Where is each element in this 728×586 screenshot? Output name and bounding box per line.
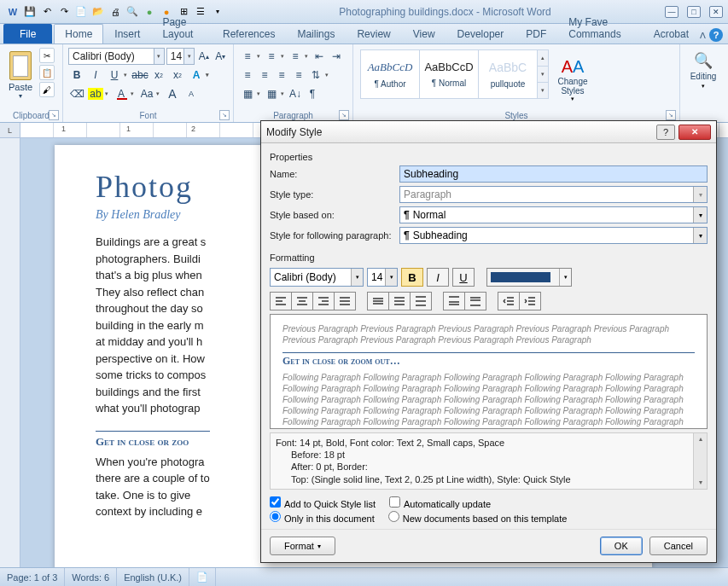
tab-acrobat[interactable]: Acrobat — [643, 24, 700, 44]
increase-indent-button[interactable]: ⇥ — [328, 48, 345, 65]
qat-btn-2[interactable]: 📂 — [90, 4, 106, 20]
dlg-align-left[interactable] — [270, 292, 292, 310]
dialog-help-button[interactable]: ? — [656, 125, 675, 140]
tab-page-layout[interactable]: Page Layout — [151, 12, 212, 44]
font-launcher-icon[interactable]: ↘ — [219, 110, 230, 120]
dlg-align-right[interactable] — [312, 292, 335, 310]
qat-btn-1[interactable]: 📄 — [73, 4, 89, 20]
dialog-close-button[interactable] — [678, 125, 711, 140]
line-spacing-button[interactable]: ⇅ — [307, 67, 331, 84]
name-input[interactable] — [399, 165, 708, 183]
dlg-spacing-1[interactable] — [367, 292, 389, 310]
clipboard-launcher-icon[interactable]: ↘ — [49, 110, 59, 120]
style-based-select[interactable]: ¶Normal▾ — [399, 206, 708, 223]
numbering-button[interactable]: ≡ — [263, 48, 287, 65]
tab-fave[interactable]: My Fave Commands — [557, 12, 642, 44]
qat-btn-3[interactable]: 🖨 — [108, 4, 123, 20]
justify-button[interactable]: ≡ — [290, 67, 307, 84]
dlg-indent-dec[interactable] — [498, 292, 520, 310]
minimize-button[interactable]: — — [665, 6, 678, 18]
style-gallery-scroll[interactable]: ▴▾▾ — [537, 49, 549, 99]
tab-view[interactable]: View — [402, 24, 446, 44]
maximize-button[interactable]: □ — [687, 6, 701, 18]
auto-update-checkbox[interactable]: Automatically update — [389, 496, 491, 509]
status-language[interactable]: English (U.K.) — [117, 568, 189, 586]
cut-icon[interactable]: ✂ — [39, 48, 55, 63]
undo-icon[interactable]: ↶ — [39, 4, 55, 20]
font-color-button[interactable]: A — [113, 85, 137, 102]
tab-review[interactable]: Review — [346, 24, 401, 44]
tab-insert[interactable]: Insert — [103, 24, 151, 44]
dlg-font-size-combo[interactable]: 14▾ — [367, 268, 398, 287]
status-insert-icon[interactable]: 📄 — [189, 568, 216, 586]
description-scrollbar[interactable]: ▴▾ — [693, 433, 707, 489]
new-documents-radio[interactable]: New documents based on this template — [388, 511, 568, 524]
subscript-button[interactable]: x2 — [150, 67, 167, 84]
save-icon[interactable]: 💾 — [22, 4, 38, 20]
tab-mailings[interactable]: Mailings — [286, 24, 346, 44]
align-center-button[interactable]: ≡ — [256, 67, 273, 84]
status-words[interactable]: Words: 6 — [65, 568, 117, 586]
dlg-font-color-combo[interactable]: ▾ — [486, 268, 572, 287]
cancel-button[interactable]: Cancel — [649, 537, 708, 555]
dlg-space-before-dec[interactable] — [464, 292, 486, 310]
superscript-button[interactable]: x2 — [169, 67, 186, 84]
font-name-combo[interactable]: Calibri (Body)▾ — [68, 48, 165, 65]
dlg-spacing-15[interactable] — [388, 292, 411, 310]
multilevel-button[interactable]: ≡ — [287, 48, 311, 65]
grow-font-icon[interactable]: A▴ — [196, 48, 211, 65]
borders-button[interactable]: ▦ — [263, 85, 287, 102]
add-quick-style-checkbox[interactable]: Add to Quick Style list — [270, 496, 376, 509]
status-page[interactable]: Page: 1 of 3 — [0, 568, 65, 586]
dlg-font-name-combo[interactable]: Calibri (Body)▾ — [270, 268, 364, 287]
dlg-align-center[interactable] — [291, 292, 313, 310]
align-left-button[interactable]: ≡ — [239, 67, 256, 84]
format-button[interactable]: Format — [270, 537, 335, 555]
dlg-spacing-2[interactable] — [410, 292, 432, 310]
dlg-justify[interactable] — [334, 292, 356, 310]
close-button[interactable]: ✕ — [709, 6, 723, 18]
vertical-ruler[interactable] — [0, 138, 20, 583]
tab-file[interactable]: File — [3, 24, 52, 44]
redo-icon[interactable]: ↷ — [56, 4, 72, 20]
decrease-indent-button[interactable]: ⇤ — [311, 48, 328, 65]
minimize-ribbon-icon[interactable]: ᐱ — [700, 31, 706, 40]
tab-developer[interactable]: Developer — [446, 24, 515, 44]
dlg-italic-button[interactable]: I — [427, 268, 449, 287]
style-pullquote[interactable]: AaBbCpullquote — [478, 49, 538, 99]
style-normal[interactable]: AaBbCcD¶ Normal — [419, 49, 479, 99]
bold-button[interactable]: B — [68, 67, 85, 84]
paragraph-launcher-icon[interactable]: ↘ — [339, 110, 349, 120]
change-styles-button[interactable]: AA Change Styles ▾ — [552, 49, 593, 102]
align-right-button[interactable]: ≡ — [273, 67, 290, 84]
shrink-font-2-icon[interactable]: A — [183, 85, 200, 102]
tab-pdf[interactable]: PDF — [515, 24, 557, 44]
style-author[interactable]: AaBbCcD¶ Author — [360, 49, 420, 99]
help-icon[interactable]: ? — [709, 28, 723, 42]
dlg-underline-button[interactable]: U — [452, 268, 475, 287]
dlg-indent-inc[interactable] — [519, 292, 541, 310]
editing-button[interactable]: 🔍 Editing ▾ — [684, 46, 723, 99]
dlg-bold-button[interactable]: B — [401, 268, 423, 287]
shading-button[interactable]: ▦ — [239, 85, 263, 102]
dialog-titlebar[interactable]: Modify Style ? — [261, 121, 716, 143]
styles-launcher-icon[interactable]: ↘ — [666, 110, 676, 120]
change-case-button[interactable]: Aa — [138, 85, 162, 102]
sort-button[interactable]: A↓ — [287, 85, 304, 102]
italic-button[interactable]: I — [87, 67, 104, 84]
word-icon[interactable]: W — [5, 4, 20, 20]
show-hide-button[interactable]: ¶ — [304, 85, 321, 102]
underline-button[interactable]: U — [106, 67, 130, 84]
bullets-button[interactable]: ≡ — [239, 48, 263, 65]
tab-selector[interactable]: L — [0, 123, 20, 137]
tab-references[interactable]: References — [212, 24, 286, 44]
qat-btn-4[interactable]: 🔍 — [125, 4, 140, 20]
style-following-select[interactable]: ¶Subheading▾ — [399, 227, 708, 244]
grow-font-2-icon[interactable]: A — [164, 85, 181, 102]
ok-button[interactable]: OK — [600, 537, 643, 555]
clear-formatting-icon[interactable]: ⌫ — [68, 85, 85, 102]
copy-icon[interactable]: 📋 — [39, 65, 55, 80]
only-this-document-radio[interactable]: Only in this document — [270, 511, 375, 524]
tab-home[interactable]: Home — [54, 24, 103, 44]
font-size-combo[interactable]: 14▾ — [166, 48, 195, 65]
